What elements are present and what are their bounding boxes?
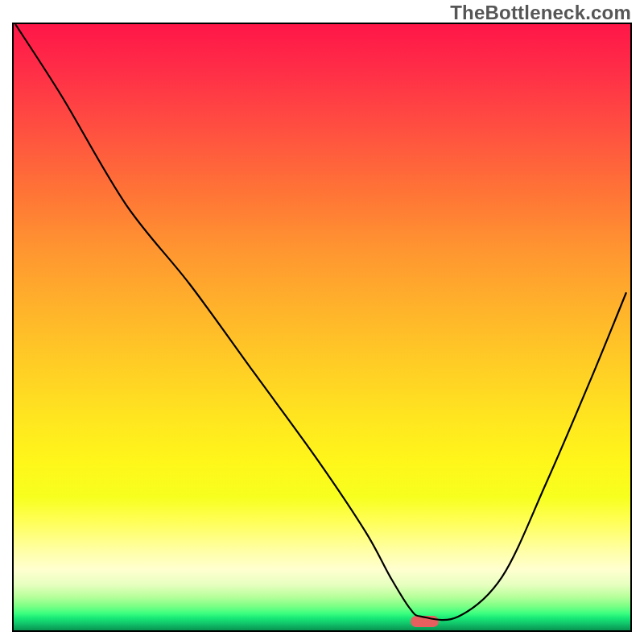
watermark-text: TheBottleneck.com — [450, 2, 631, 24]
plot-area — [12, 23, 632, 632]
chart-frame: TheBottleneck.com — [0, 0, 644, 644]
bottleneck-curve — [14, 24, 630, 630]
curve-path — [15, 24, 626, 620]
